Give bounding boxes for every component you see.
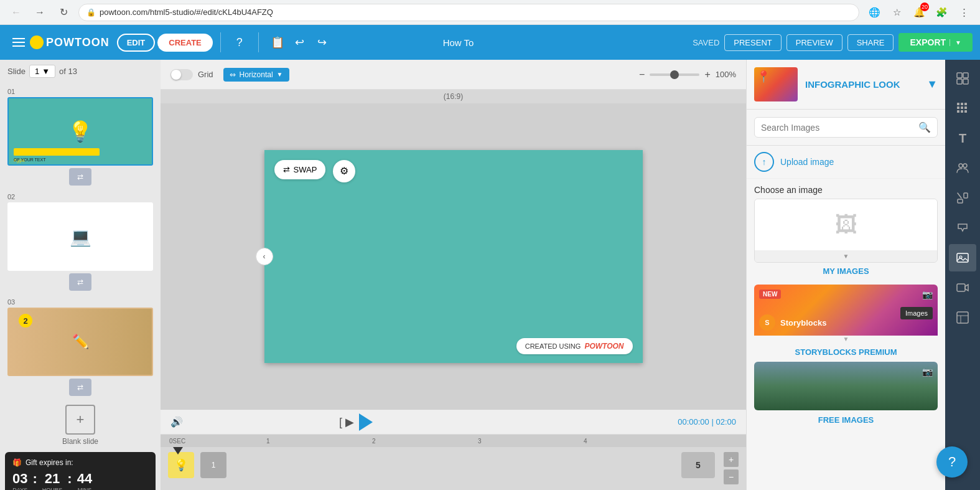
edit-button[interactable]: EDIT xyxy=(117,34,156,52)
notes-icon-button[interactable]: 📋 xyxy=(266,31,289,54)
main-canvas[interactable]: ⇄ SWAP ⚙ CREATED USING POWTOON xyxy=(264,150,643,363)
canvas-settings-button[interactable]: ⚙ xyxy=(333,160,355,182)
preview-button[interactable]: PREVIEW xyxy=(786,34,842,51)
search-icon[interactable]: 🔍 xyxy=(918,121,931,133)
hours-label: HOURS xyxy=(42,487,63,490)
help-button[interactable]: ? xyxy=(936,446,968,478)
zoom-slider-thumb xyxy=(670,70,679,79)
translate-icon[interactable]: 🌐 xyxy=(866,4,883,21)
export-button[interactable]: EXPORT ▼ xyxy=(898,33,972,52)
svg-rect-3 xyxy=(963,79,968,84)
saved-status: SAVED xyxy=(693,38,719,47)
timeline-zoom-controls: + − xyxy=(724,452,739,484)
add-blank-slide-button[interactable]: + Blank slide xyxy=(0,398,161,452)
free-images-section[interactable]: 📷 xyxy=(754,362,938,410)
timeline-item-5[interactable]: 5 xyxy=(681,452,715,478)
canvas-area: Grid ⇔ Horizontal ▼ − + 100% (16:9) ‹ xyxy=(161,60,746,490)
images-tooltip: Images xyxy=(900,307,933,319)
undo-button[interactable]: ↩ xyxy=(289,31,311,54)
forward-button[interactable]: → xyxy=(31,4,49,21)
my-images-dropdown[interactable]: ▼ xyxy=(755,250,937,262)
video-tool-button[interactable] xyxy=(949,274,976,301)
infographic-dropdown-arrow[interactable]: ▼ xyxy=(926,78,938,91)
svg-rect-5 xyxy=(961,103,963,105)
play-button[interactable] xyxy=(359,413,373,431)
upload-image-button[interactable]: ↑ Upload image xyxy=(747,146,945,179)
puzzle-icon[interactable]: 🧩 xyxy=(933,4,950,21)
menu-icon[interactable]: ⋮ xyxy=(955,4,973,21)
timeline-controls: 🔊 [ ▶ 00:00:00 | 02:00 xyxy=(161,410,746,435)
slide-transition-btn-2[interactable]: ⇄ xyxy=(69,273,91,291)
image-placeholder-icon: 🖼 xyxy=(835,212,857,238)
timeline-item-1[interactable]: 1 xyxy=(200,452,226,478)
zoom-slider[interactable] xyxy=(650,73,699,76)
timeline-item-bulb[interactable]: 💡 xyxy=(168,452,194,478)
gift-icon: 🎁 xyxy=(12,458,22,467)
hamburger-line xyxy=(12,38,25,39)
storyblocks-section[interactable]: NEW 📷 S Storyblocks Images ▼ xyxy=(754,285,938,342)
zoom-plus-button[interactable]: + xyxy=(704,69,710,80)
create-button[interactable]: CREATE xyxy=(157,34,212,52)
reactions-tool-button[interactable] xyxy=(949,214,976,242)
notification-badge: 20 xyxy=(920,2,929,11)
slide-thumbnail-2[interactable]: 💻 xyxy=(7,202,153,271)
present-button[interactable]: PRESENT xyxy=(724,34,781,51)
slide-transition-btn-3[interactable]: ⇄ xyxy=(69,379,91,396)
text-tool-button[interactable]: T xyxy=(949,125,976,152)
volume-button[interactable]: 🔊 xyxy=(170,416,183,428)
orientation-button[interactable]: ⇔ Horizontal ▼ xyxy=(223,68,289,82)
media-tool-button[interactable] xyxy=(949,244,976,271)
slide-thumbnail-3[interactable]: ✏️ 2 xyxy=(7,308,153,376)
svg-rect-2 xyxy=(957,79,962,84)
zoom-minus-button[interactable]: − xyxy=(639,69,645,80)
slide-transition-btn-1[interactable]: ⇄ xyxy=(69,168,91,186)
share-button[interactable]: SHARE xyxy=(847,34,894,51)
svg-rect-1 xyxy=(963,73,968,78)
collapse-panel-button[interactable]: ‹ xyxy=(256,248,273,265)
slide-thumbnail-1[interactable]: 💡 Kype OF YOUR TEXT xyxy=(7,97,153,166)
slide-number-dropdown[interactable]: 1 ▼ xyxy=(29,65,55,78)
svg-rect-4 xyxy=(957,103,959,105)
slides-tool-icon xyxy=(956,72,969,85)
address-bar[interactable]: 🔒 powtoon.com/html5-studio/#/edit/cKL4bU… xyxy=(78,4,859,21)
characters-tool-button[interactable] xyxy=(949,154,976,182)
slide2-preview: 💻 xyxy=(9,204,152,270)
grid-toggle-switch[interactable] xyxy=(170,69,193,80)
timeline-play-area: [ ▶ xyxy=(339,413,373,431)
search-images-area: 🔍 xyxy=(747,110,945,146)
free-images-camera-icon: 📷 xyxy=(922,367,933,377)
redo-button[interactable]: ↪ xyxy=(311,31,334,54)
back-button[interactable]: ← xyxy=(7,4,25,21)
bracket-left-button[interactable]: [ ▶ xyxy=(339,415,354,429)
search-images-input[interactable] xyxy=(761,123,918,133)
hours-number: 21 xyxy=(42,471,63,487)
help-circle-button[interactable]: ? xyxy=(228,31,251,54)
timeline-content: 💡 1 5 + − xyxy=(161,447,746,490)
storyblocks-name: Storyblocks xyxy=(780,318,826,327)
pattern-tool-button[interactable] xyxy=(949,95,976,122)
hamburger-button[interactable] xyxy=(7,31,30,54)
slide-label: Slide xyxy=(7,67,26,76)
extra-tool-button[interactable] xyxy=(949,304,976,331)
browser-bar: ← → ↻ 🔒 powtoon.com/html5-studio/#/edit/… xyxy=(0,0,980,25)
blank-slide-label: Blank slide xyxy=(62,437,98,446)
yellow-strip xyxy=(14,149,100,156)
notifications-button[interactable]: 🔔 20 xyxy=(910,4,928,21)
slide-selector: Slide 1 ▼ of 13 xyxy=(0,60,161,83)
right-panel-header: 📍 INFOGRAPHIC LOOK ▼ xyxy=(747,60,945,110)
timeline-plus-button[interactable]: + xyxy=(724,452,739,467)
my-images-label: MY IMAGES xyxy=(747,263,945,280)
choose-image-label: Choose an image xyxy=(747,179,945,199)
reload-button[interactable]: ↻ xyxy=(55,4,72,21)
mins-label: MINS xyxy=(77,487,92,490)
props-tool-button[interactable] xyxy=(949,184,976,212)
orientation-icon: ⇔ xyxy=(230,70,236,79)
star-icon[interactable]: ☆ xyxy=(888,4,905,21)
storyblocks-dropdown[interactable]: ▼ xyxy=(754,336,938,342)
storyblocks-camera-icon: 📷 xyxy=(922,290,933,299)
swap-button[interactable]: ⇄ SWAP xyxy=(274,160,326,179)
timer-mins: 44 MINS xyxy=(77,471,92,490)
toggle-knob xyxy=(171,70,181,80)
slides-tool-button[interactable] xyxy=(949,65,976,92)
timeline-minus-button[interactable]: − xyxy=(724,469,739,484)
